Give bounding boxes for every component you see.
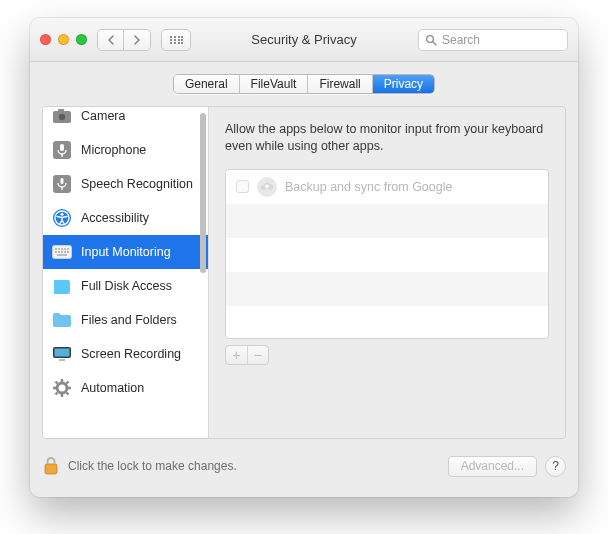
app-list: Backup and sync from Google <box>225 169 549 339</box>
remove-app-button[interactable]: − <box>248 346 269 364</box>
app-checkbox[interactable] <box>236 180 249 193</box>
cloud-upload-icon <box>257 177 277 197</box>
chevron-left-icon <box>107 35 115 45</box>
sidebar-item-label: Screen Recording <box>81 347 181 361</box>
sidebar-item-input-monitoring[interactable]: Input Monitoring <box>43 235 208 269</box>
search-input[interactable] <box>442 33 561 47</box>
svg-point-0 <box>170 36 172 38</box>
sidebar-item-camera[interactable]: Camera <box>43 107 208 133</box>
sidebar-item-microphone[interactable]: Microphone <box>43 133 208 167</box>
tab-filevault[interactable]: FileVault <box>240 75 309 93</box>
svg-point-43 <box>57 383 67 393</box>
sidebar-item-full-disk-access[interactable]: Full Disk Access <box>43 269 208 303</box>
help-button[interactable]: ? <box>545 456 566 477</box>
sidebar-item-screen-recording[interactable]: Screen Recording <box>43 337 208 371</box>
display-icon <box>51 343 73 365</box>
svg-point-13 <box>427 35 434 42</box>
minimize-window-button[interactable] <box>58 34 69 45</box>
svg-rect-34 <box>58 251 60 253</box>
app-name-label: Backup and sync from Google <box>285 180 452 194</box>
svg-line-48 <box>56 382 58 384</box>
svg-point-16 <box>59 114 65 120</box>
sidebar-item-automation[interactable]: Automation <box>43 371 208 405</box>
app-row-empty <box>226 238 548 272</box>
search-icon <box>425 34 437 46</box>
grid-icon <box>169 35 183 45</box>
detail-panel: Allow the apps below to monitor input fr… <box>209 107 565 438</box>
svg-rect-32 <box>67 248 69 250</box>
svg-point-2 <box>178 36 180 38</box>
chevron-right-icon <box>133 35 141 45</box>
app-row-empty <box>226 306 548 339</box>
svg-line-50 <box>67 382 69 384</box>
svg-rect-28 <box>55 248 57 250</box>
panel-description: Allow the apps below to monitor input fr… <box>225 121 549 155</box>
svg-point-8 <box>174 42 176 44</box>
window-controls <box>40 34 87 45</box>
svg-point-9 <box>178 42 180 44</box>
nav-back-button[interactable] <box>98 30 124 50</box>
close-window-button[interactable] <box>40 34 51 45</box>
svg-point-6 <box>178 39 180 41</box>
sidebar-item-label: Camera <box>81 109 125 123</box>
tab-privacy[interactable]: Privacy <box>373 75 434 93</box>
lock-button[interactable] <box>42 455 60 477</box>
privacy-pane: Camera Microphone Speech Recognition Acc… <box>42 106 566 439</box>
svg-rect-42 <box>59 359 65 361</box>
sidebar-item-label: Automation <box>81 381 144 395</box>
svg-rect-30 <box>61 248 63 250</box>
svg-rect-35 <box>61 251 63 253</box>
svg-point-12 <box>181 42 183 44</box>
lock-hint-label: Click the lock to make changes. <box>68 459 237 473</box>
show-all-button[interactable] <box>161 29 191 51</box>
folder-icon <box>51 309 73 331</box>
sidebar-item-label: Speech Recognition <box>81 177 193 191</box>
svg-rect-19 <box>60 144 64 151</box>
tab-firewall[interactable]: Firewall <box>308 75 372 93</box>
sidebar-item-files-folders[interactable]: Files and Folders <box>43 303 208 337</box>
svg-rect-41 <box>55 349 70 357</box>
svg-point-5 <box>174 39 176 41</box>
nav-forward-button[interactable] <box>124 30 150 50</box>
svg-rect-39 <box>54 280 70 292</box>
keyboard-icon <box>51 241 73 263</box>
svg-rect-37 <box>67 251 69 253</box>
svg-point-26 <box>61 213 64 216</box>
svg-line-51 <box>56 393 58 395</box>
add-app-button[interactable]: + <box>226 346 248 364</box>
svg-rect-17 <box>58 109 64 112</box>
add-remove-segment: + − <box>225 345 269 365</box>
content-area: General FileVault Firewall Privacy Camer… <box>30 62 578 497</box>
svg-line-49 <box>67 393 69 395</box>
app-row[interactable]: Backup and sync from Google <box>226 170 548 204</box>
accessibility-icon <box>51 207 73 229</box>
app-row-empty <box>226 204 548 238</box>
tab-general[interactable]: General <box>174 75 240 93</box>
search-field[interactable] <box>418 29 568 51</box>
sidebar-item-label: Microphone <box>81 143 146 157</box>
sidebar-item-speech[interactable]: Speech Recognition <box>43 167 208 201</box>
sidebar-scrollbar[interactable] <box>200 113 206 273</box>
svg-point-1 <box>174 36 176 38</box>
svg-rect-38 <box>57 254 67 256</box>
nav-back-forward <box>97 29 151 51</box>
sidebar-item-label: Files and Folders <box>81 313 177 327</box>
sidebar-item-accessibility[interactable]: Accessibility <box>43 201 208 235</box>
sidebar-item-label: Accessibility <box>81 211 149 225</box>
svg-point-4 <box>170 39 172 41</box>
advanced-button[interactable]: Advanced... <box>448 456 537 477</box>
svg-rect-29 <box>58 248 60 250</box>
svg-point-7 <box>170 42 172 44</box>
lock-icon <box>43 456 59 476</box>
speech-icon <box>51 173 73 195</box>
svg-rect-31 <box>64 248 66 250</box>
camera-icon <box>51 107 73 127</box>
zoom-window-button[interactable] <box>76 34 87 45</box>
preferences-window: Security & Privacy General FileVault Fir… <box>30 18 578 497</box>
titlebar: Security & Privacy <box>30 18 578 62</box>
svg-line-14 <box>433 42 436 45</box>
footer-bar: Click the lock to make changes. Advanced… <box>42 447 566 485</box>
tab-bar: General FileVault Firewall Privacy <box>30 62 578 104</box>
svg-point-11 <box>181 39 183 41</box>
svg-point-10 <box>181 36 183 38</box>
